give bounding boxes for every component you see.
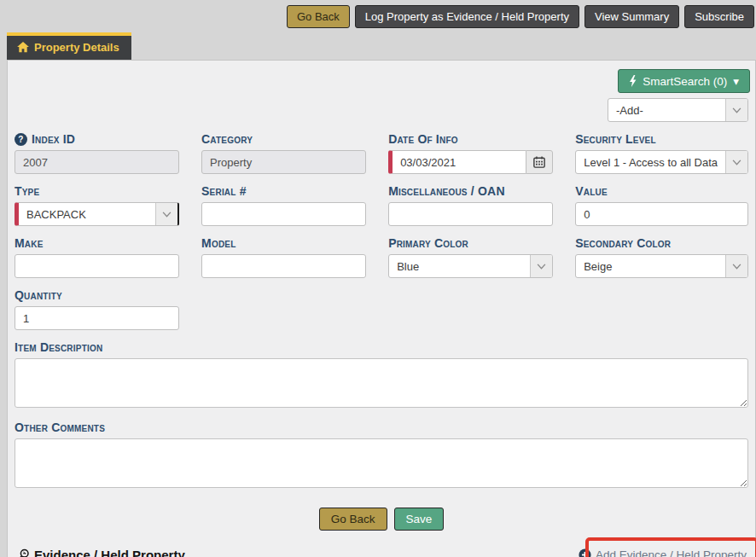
magnifier-icon <box>16 548 30 557</box>
save-button[interactable]: Save <box>394 508 445 531</box>
field-index-id: ? Index ID <box>15 129 179 174</box>
field-date-of-info: Date Of Info <box>388 129 553 174</box>
add-evidence-link-label: Add Evidence / Held Property <box>596 548 747 557</box>
lightning-bolt-icon <box>629 75 637 87</box>
chevron-down-icon <box>155 203 177 225</box>
type-select[interactable]: BACKPACK <box>15 202 179 226</box>
index-id-label: Index ID <box>32 132 75 146</box>
secondary-color-select[interactable]: Beige <box>575 254 748 278</box>
serial-input[interactable] <box>201 202 366 226</box>
field-value: Value <box>575 181 748 226</box>
model-label: Model <box>201 236 366 250</box>
secondary-color-value: Beige <box>576 255 725 277</box>
value-label: Value <box>575 184 748 198</box>
add-dropdown[interactable]: -Add- <box>608 98 748 122</box>
other-comments-label: Other Comments <box>15 421 748 434</box>
primary-color-select[interactable]: Blue <box>388 254 553 278</box>
security-level-label: Security Level <box>575 132 748 146</box>
field-security-level: Security Level Level 1 - Access to all D… <box>575 129 748 174</box>
tab-property-details[interactable]: Property Details <box>7 32 131 60</box>
make-label: Make <box>15 236 179 250</box>
plus-circle-icon <box>579 548 591 557</box>
calendar-button[interactable] <box>526 150 553 174</box>
other-comments-textarea[interactable] <box>15 438 748 488</box>
view-summary-button[interactable]: View Summary <box>584 5 679 28</box>
evidence-section-header: Evidence / Held Property Add Evidence / … <box>8 544 755 557</box>
field-type: Type BACKPACK <box>15 181 179 226</box>
home-icon <box>17 42 29 53</box>
tab-label: Property Details <box>34 41 119 54</box>
chevron-down-icon <box>725 151 747 173</box>
field-primary-color: Primary Color Blue <box>388 233 553 278</box>
index-id-input <box>15 150 179 174</box>
add-dropdown-value: -Add- <box>608 99 725 121</box>
smartsearch-button[interactable]: SmartSearch (0) ▾ <box>618 69 750 93</box>
smartsearch-label: SmartSearch (0) <box>643 75 727 88</box>
chevron-down-icon <box>725 255 747 277</box>
category-input <box>201 150 366 174</box>
primary-color-label: Primary Color <box>388 236 553 250</box>
subscribe-button[interactable]: Subscribe <box>684 5 754 28</box>
date-of-info-label: Date Of Info <box>388 132 553 146</box>
field-secondary-color: Secondary Color Beige <box>575 233 748 278</box>
evidence-section-title: Evidence / Held Property <box>34 548 185 557</box>
security-level-value: Level 1 - Access to all Data <box>576 151 725 173</box>
quantity-label: Quantity <box>15 288 179 302</box>
field-category: Category <box>201 129 366 174</box>
tab-strip: Property Details <box>0 32 756 60</box>
item-description-label: Item Description <box>15 340 748 354</box>
item-description-textarea[interactable] <box>15 358 748 408</box>
field-misc-oan: Miscellaneous / OAN <box>388 181 553 226</box>
property-details-panel: SmartSearch (0) ▾ -Add- ? Index ID <box>7 60 756 557</box>
top-toolbar: Go Back Log Property as Evidence / Held … <box>0 0 756 32</box>
panel-wrap: SmartSearch (0) ▾ -Add- ? Index ID <box>0 60 756 557</box>
misc-oan-label: Miscellaneous / OAN <box>388 184 553 198</box>
field-quantity: Quantity <box>15 285 179 330</box>
type-select-value: BACKPACK <box>19 203 155 225</box>
go-back-button-bottom[interactable]: Go Back <box>319 508 387 531</box>
date-of-info-input[interactable] <box>388 150 526 174</box>
model-input[interactable] <box>201 254 366 278</box>
chevron-down-icon <box>725 99 747 121</box>
misc-oan-input[interactable] <box>388 202 553 226</box>
type-label: Type <box>15 184 179 198</box>
category-label: Category <box>201 132 366 146</box>
make-input[interactable] <box>15 254 179 278</box>
value-input[interactable] <box>575 202 748 226</box>
help-icon[interactable]: ? <box>15 133 27 146</box>
add-evidence-link[interactable]: Add Evidence / Held Property <box>579 548 747 557</box>
field-other-comments: Other Comments <box>15 417 748 490</box>
field-serial: Serial # <box>201 181 366 226</box>
primary-color-value: Blue <box>389 255 530 277</box>
property-form: ? Index ID Category Date Of Info <box>8 124 755 497</box>
field-model: Model <box>201 233 366 278</box>
go-back-button-top[interactable]: Go Back <box>287 5 350 28</box>
chevron-down-icon: ▾ <box>733 74 739 88</box>
chevron-down-icon <box>530 255 552 277</box>
log-property-button[interactable]: Log Property as Evidence / Held Property <box>355 5 579 28</box>
serial-label: Serial # <box>201 184 366 198</box>
secondary-color-label: Secondary Color <box>575 236 748 250</box>
security-level-select[interactable]: Level 1 - Access to all Data <box>575 150 748 174</box>
field-item-description: Item Description <box>15 337 748 410</box>
quantity-input[interactable] <box>15 306 179 330</box>
field-make: Make <box>15 233 179 278</box>
